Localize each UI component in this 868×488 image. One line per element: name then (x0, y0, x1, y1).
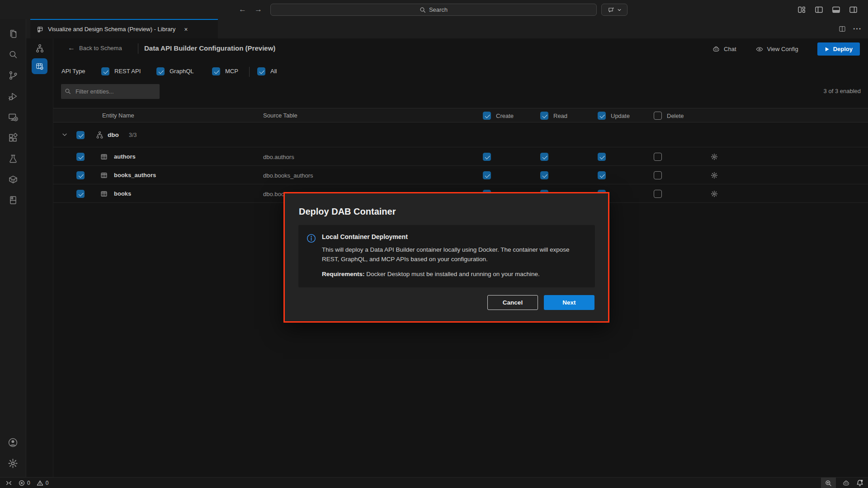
back-label: Back to Schema (79, 45, 122, 52)
read-all-checkbox[interactable] (540, 112, 548, 120)
read-checkbox[interactable] (540, 153, 548, 161)
row-checkbox[interactable] (76, 153, 85, 161)
notifications-bell-icon[interactable] (856, 479, 863, 487)
dab-config-view-icon[interactable] (32, 58, 47, 74)
tab-visualize-design-schema[interactable]: Visualize and Design Schema (Preview) - … (30, 19, 218, 38)
close-icon[interactable]: × (184, 26, 188, 33)
back-to-schema-link[interactable]: ← Back to Schema (68, 44, 122, 52)
toggle-secondary-sidebar-icon[interactable] (849, 6, 857, 13)
requirements-label: Requirements: (322, 271, 365, 277)
table-icon (100, 172, 108, 179)
schema-designer-icon (37, 26, 44, 33)
filter-row: 3 of 3 enabled (53, 84, 868, 99)
schema-icon (95, 130, 104, 140)
header-actions: Chat View Config Deploy (712, 42, 860, 56)
entity-name: authors (114, 153, 136, 160)
table-row-authors[interactable]: authors dbo.authors (53, 147, 868, 166)
delete-checkbox[interactable] (654, 153, 662, 161)
graphql-label: GraphQL (170, 68, 193, 75)
row-checkbox[interactable] (76, 171, 85, 179)
eye-icon (755, 45, 764, 53)
source-control-icon[interactable] (3, 65, 24, 86)
tab-label: Visualize and Design Schema (Preview) - … (48, 26, 175, 33)
rest-api-checkbox[interactable] (101, 67, 109, 75)
zoom-status-item[interactable] (821, 478, 836, 488)
group-checkbox[interactable] (76, 131, 85, 139)
filter-entities-input[interactable] (61, 84, 160, 99)
next-button[interactable]: Next (544, 295, 594, 310)
schema-view-icon[interactable] (34, 43, 45, 54)
row-checkbox[interactable] (76, 190, 85, 198)
database-projects-icon[interactable] (3, 190, 24, 211)
search-sidebar-icon[interactable] (3, 44, 24, 65)
problems-errors[interactable]: 0 (19, 480, 30, 486)
cancel-button[interactable]: Cancel (487, 295, 538, 310)
row-settings-gear-icon[interactable] (711, 153, 718, 160)
table-icon (100, 190, 108, 197)
back-arrow-icon: ← (68, 44, 75, 52)
delete-column-header: Delete (654, 112, 684, 120)
update-all-checkbox[interactable] (598, 112, 606, 120)
more-actions-icon[interactable]: ··· (853, 25, 862, 33)
copilot-status-icon[interactable] (842, 479, 850, 487)
problems-warnings[interactable]: 0 (37, 480, 49, 486)
info-heading: Local Container Deployment (322, 233, 585, 240)
deploy-button[interactable]: Deploy (817, 42, 860, 56)
filter-search-icon (65, 88, 71, 94)
history-back-button[interactable]: ← (239, 5, 246, 14)
settings-gear-icon[interactable] (3, 453, 24, 474)
chevron-down-icon[interactable] (61, 131, 68, 138)
container-icon[interactable] (3, 169, 24, 190)
extensions-icon[interactable] (3, 127, 24, 148)
create-checkbox[interactable] (483, 171, 491, 179)
create-checkbox[interactable] (483, 153, 491, 161)
run-debug-icon[interactable] (3, 86, 24, 107)
activity-bar (0, 19, 26, 477)
toggle-primary-sidebar-icon[interactable] (815, 6, 823, 13)
play-icon (825, 47, 830, 52)
delete-checkbox[interactable] (654, 190, 662, 198)
delete-all-checkbox[interactable] (654, 112, 662, 120)
copilot-menu-button[interactable] (601, 4, 627, 16)
table-row-books-authors[interactable]: books_authors dbo.books_authors (53, 166, 868, 184)
copilot-icon (712, 45, 720, 53)
schema-group-row[interactable]: dbo 3/3 (53, 122, 868, 147)
dialog-actions: Cancel Next (487, 295, 594, 310)
view-config-button[interactable]: View Config (755, 45, 798, 53)
update-label: Update (611, 113, 630, 119)
remote-explorer-icon[interactable] (3, 107, 24, 127)
titlebar-layout-controls (798, 0, 857, 19)
info-panel: Local Container Deployment This will dep… (298, 225, 595, 287)
history-forward-button[interactable]: → (255, 5, 262, 14)
split-editor-icon[interactable] (839, 25, 846, 33)
update-checkbox[interactable] (598, 153, 606, 161)
api-type-divider (249, 67, 250, 77)
read-checkbox[interactable] (540, 171, 548, 179)
search-label: Search (429, 6, 448, 13)
chat-button[interactable]: Chat (712, 45, 736, 53)
test-beaker-icon[interactable] (3, 148, 24, 169)
command-center-search[interactable]: Search (270, 4, 597, 16)
entity-name: books (114, 190, 131, 197)
toggle-panel-icon[interactable] (832, 6, 840, 13)
info-icon (307, 234, 316, 243)
page-title: Data API Builder Configuration (Preview) (144, 44, 275, 52)
table-header: Entity Name Source Table Create Read Upd… (53, 108, 868, 122)
explorer-icon[interactable] (3, 23, 24, 44)
row-settings-gear-icon[interactable] (711, 172, 718, 179)
create-all-checkbox[interactable] (483, 112, 491, 120)
entity-name: books_authors (114, 172, 156, 178)
all-checkbox[interactable] (257, 67, 265, 75)
mcp-checkbox[interactable] (212, 67, 220, 75)
delete-checkbox[interactable] (654, 171, 662, 179)
graphql-checkbox[interactable] (156, 67, 165, 75)
enabled-summary: 3 of 3 enabled (824, 88, 861, 94)
deploy-dab-container-dialog: Deploy DAB Container Local Container Dep… (283, 192, 609, 323)
api-type-label: API Type (61, 68, 85, 75)
remote-indicator-icon[interactable] (5, 480, 12, 486)
update-column-header: Update (598, 112, 630, 120)
update-checkbox[interactable] (598, 171, 606, 179)
row-settings-gear-icon[interactable] (711, 190, 718, 197)
account-icon[interactable] (3, 432, 24, 453)
customize-layout-icon[interactable] (798, 6, 806, 13)
